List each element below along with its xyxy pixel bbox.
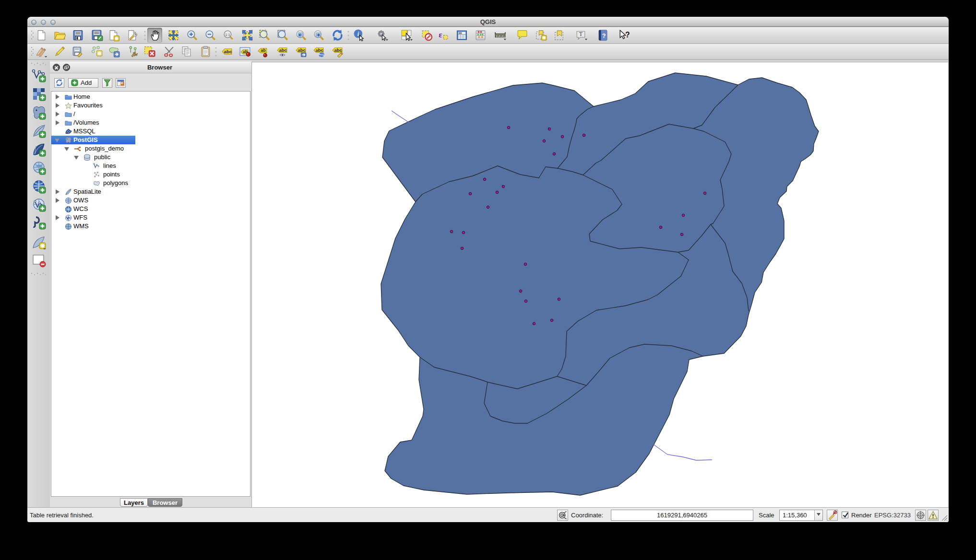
svg-text:ε: ε bbox=[439, 30, 442, 39]
svg-text:abc: abc bbox=[334, 48, 342, 53]
svg-text:T: T bbox=[579, 31, 583, 37]
svg-text:?: ? bbox=[602, 33, 606, 39]
svg-text:1:1: 1:1 bbox=[225, 33, 230, 37]
svg-text:?: ? bbox=[625, 31, 630, 39]
svg-text:abc: abc bbox=[224, 49, 233, 54]
svg-text:abc: abc bbox=[298, 48, 305, 53]
svg-text:ab: ab bbox=[261, 48, 266, 53]
svg-text:i: i bbox=[357, 31, 359, 37]
svg-text:abc: abc bbox=[315, 48, 323, 53]
svg-text:abc: abc bbox=[279, 48, 286, 53]
